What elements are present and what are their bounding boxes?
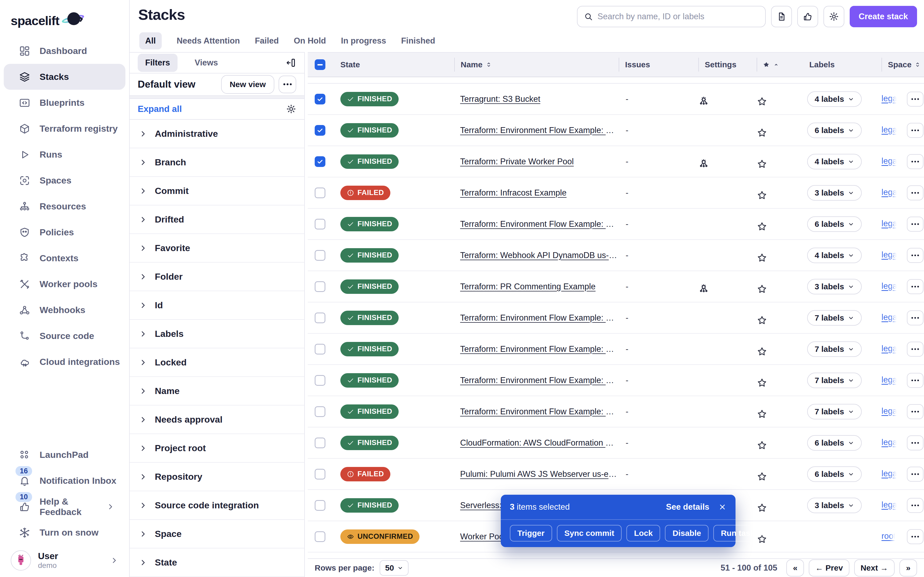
stack-name-link[interactable]: Terraform: PR Commenting Example <box>454 282 619 292</box>
row-menu-button[interactable] <box>907 248 924 263</box>
space-link[interactable]: lega <box>882 187 897 197</box>
row-checkbox[interactable] <box>315 313 325 323</box>
row-menu-button[interactable] <box>907 154 924 169</box>
table-row[interactable]: FINISHED Terraform: Webhook API DynamoDB… <box>308 240 924 271</box>
filter-category[interactable]: Locked <box>130 348 304 377</box>
favorite-star-icon[interactable] <box>757 498 803 513</box>
sidebar-footer-item[interactable]: LaunchPad <box>4 442 125 468</box>
search-box[interactable] <box>577 6 766 27</box>
column-name[interactable]: Name <box>454 58 619 72</box>
favorite-star-icon[interactable] <box>757 342 803 357</box>
space-link[interactable]: lega <box>882 344 897 353</box>
close-icon[interactable] <box>719 503 727 511</box>
filter-category[interactable]: Commit <box>130 177 304 205</box>
sidebar-footer-item[interactable]: Turn on snow <box>4 520 125 545</box>
sidebar-item[interactable]: Terraform registry <box>4 116 125 142</box>
row-checkbox[interactable] <box>315 438 325 448</box>
docs-button[interactable] <box>771 6 792 27</box>
space-link[interactable]: lega <box>882 438 897 447</box>
sidebar-footer-item[interactable]: 16 Notification Inbox <box>4 468 125 494</box>
row-checkbox[interactable] <box>315 281 325 292</box>
favorite-star-icon[interactable] <box>757 216 803 232</box>
favorite-star-icon[interactable] <box>757 310 803 326</box>
stack-name-link[interactable]: Terraform: Environment Flow Example: Pro… <box>454 407 619 416</box>
filter-category[interactable]: Folder <box>130 263 304 291</box>
filter-category[interactable]: Favorite <box>130 234 304 263</box>
labels-chip[interactable]: 6 labels <box>807 216 862 232</box>
row-menu-button[interactable] <box>907 373 924 388</box>
filter-category[interactable]: Id <box>130 291 304 320</box>
space-link[interactable]: lega <box>882 375 897 385</box>
favorite-star-icon[interactable] <box>757 122 803 138</box>
labels-chip[interactable]: 7 labels <box>807 310 862 326</box>
sidebar-item[interactable]: Spaces <box>4 168 125 193</box>
filter-category[interactable]: Project root <box>130 434 304 463</box>
labels-chip[interactable]: 3 labels <box>807 279 862 294</box>
filter-category[interactable]: Repository <box>130 463 304 491</box>
prev-page-button[interactable]: ← Prev <box>809 559 849 577</box>
favorite-star-icon[interactable] <box>757 154 803 169</box>
row-menu-button[interactable] <box>907 498 924 513</box>
row-checkbox[interactable] <box>315 375 325 386</box>
column-settings[interactable]: Settings <box>698 58 757 72</box>
filter-category[interactable]: Branch <box>130 148 304 177</box>
favorite-star-icon[interactable] <box>757 372 803 388</box>
table-row[interactable]: FINISHED Terraform: Environment Flow Exa… <box>308 365 924 396</box>
space-link[interactable]: lega <box>882 406 897 416</box>
space-link[interactable]: lega <box>882 125 897 135</box>
filter-category[interactable]: Drifted <box>130 205 304 234</box>
stack-name-link[interactable]: Terraform: Private Worker Pool <box>454 157 619 166</box>
row-checkbox[interactable] <box>315 187 325 198</box>
new-view-button[interactable]: New view <box>221 75 274 94</box>
filter-category[interactable]: Name <box>130 377 304 406</box>
collapse-panel-icon[interactable] <box>286 57 296 68</box>
row-menu-button[interactable] <box>907 185 924 200</box>
table-row[interactable]: FINISHED Terraform: Environment Flow Exa… <box>308 396 924 427</box>
table-row[interactable]: FINISHED Terraform: Environment Flow Exa… <box>308 209 924 240</box>
table-row[interactable]: FAILED Terraform: Infracost Example - 3 … <box>308 177 924 209</box>
filter-category[interactable]: Needs approval <box>130 406 304 434</box>
table-row[interactable]: FINISHED CloudFormation: AWS CloudFormat… <box>308 427 924 459</box>
stack-name-link[interactable]: Pulumi: Pulumi AWS JS Webserver us-east-… <box>454 469 619 479</box>
table-row[interactable]: FAILED Pulumi: Pulumi AWS JS Webserver u… <box>308 459 924 490</box>
row-menu-button[interactable] <box>907 279 924 294</box>
sidebar-item[interactable]: Source code <box>4 323 125 349</box>
tab[interactable]: Needs Attention <box>177 32 240 50</box>
tab-views[interactable]: Views <box>187 54 225 72</box>
labels-chip[interactable]: 6 labels <box>807 122 862 138</box>
bulk-action-button[interactable]: Run task <box>713 525 762 542</box>
select-all-checkbox[interactable] <box>315 59 325 70</box>
space-link[interactable]: lega <box>882 281 897 291</box>
labels-chip[interactable]: 4 labels <box>807 154 862 169</box>
stack-name-link[interactable]: Terraform: Environment Flow Example: Dev… <box>454 126 619 135</box>
labels-chip[interactable]: 4 labels <box>807 91 862 107</box>
row-checkbox[interactable] <box>315 219 325 229</box>
row-checkbox[interactable] <box>315 406 325 417</box>
sidebar-item[interactable]: Stacks <box>4 64 125 90</box>
column-favorite[interactable] <box>757 58 803 72</box>
filter-category[interactable]: Space <box>130 520 304 548</box>
search-input[interactable] <box>598 12 759 21</box>
next-page-button[interactable]: Next → <box>854 559 895 577</box>
table-row[interactable]: FINISHED Terraform: Private Worker Pool … <box>308 146 924 177</box>
row-menu-button[interactable] <box>907 123 924 138</box>
tab[interactable]: All <box>139 32 162 50</box>
bulk-action-button[interactable]: Trigger <box>510 525 552 542</box>
labels-chip[interactable]: 6 labels <box>807 466 862 482</box>
sidebar-item[interactable]: Webhooks <box>4 297 125 323</box>
filter-category[interactable]: Labels <box>130 320 304 348</box>
space-link[interactable]: lega <box>882 250 897 259</box>
filter-category[interactable]: State <box>130 548 304 577</box>
row-checkbox[interactable] <box>315 94 325 105</box>
sidebar-item[interactable]: Blueprints <box>4 90 125 116</box>
column-state[interactable]: State <box>334 58 454 72</box>
stack-name-link[interactable]: Terraform: Environment Flow Example: Pro… <box>454 376 619 385</box>
column-labels[interactable]: Labels <box>803 58 882 72</box>
bulk-action-button[interactable]: Lock <box>627 525 660 542</box>
favorite-star-icon[interactable] <box>757 404 803 419</box>
stack-name-link[interactable]: Terraform: Environment Flow Example: Sta… <box>454 344 619 354</box>
row-checkbox[interactable] <box>315 250 325 261</box>
expand-all-link[interactable]: Expand all <box>138 104 182 114</box>
labels-chip[interactable]: 4 labels <box>807 248 862 263</box>
column-space[interactable]: Space <box>882 58 924 72</box>
